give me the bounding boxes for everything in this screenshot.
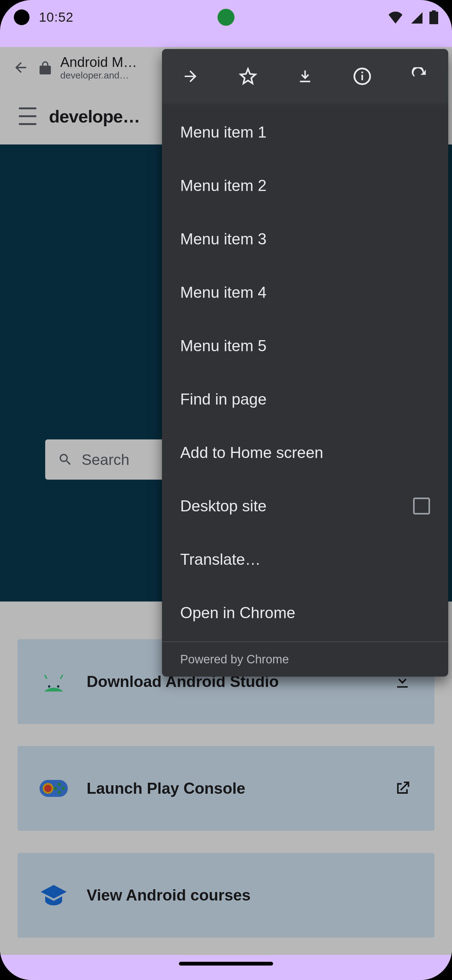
camera-cutout-icon [217,9,235,26]
menu-translate[interactable]: Translate… [162,533,448,586]
menu-find-in-page[interactable]: Find in page [162,372,448,426]
menu-list: Menu item 1 Menu item 2 Menu item 3 Menu… [162,103,448,641]
cellular-icon [410,11,422,24]
menu-footer: Powered by Chrome [162,641,448,676]
menu-item-4[interactable]: Menu item 4 [162,266,448,319]
menu-item-1[interactable]: Menu item 1 [162,105,448,159]
status-bar: 10:52 [0,0,452,35]
menu-item-2[interactable]: Menu item 2 [162,159,448,212]
menu-icon-row [162,49,448,103]
gesture-nav-bar [0,955,452,980]
download-button[interactable] [286,57,324,95]
gesture-pill[interactable] [179,962,273,966]
battery-icon [430,10,438,24]
menu-desktop-site[interactable]: Desktop site [162,479,448,533]
menu-item-5[interactable]: Menu item 5 [162,319,448,372]
overflow-menu: Menu item 1 Menu item 2 Menu item 3 Menu… [162,49,448,676]
bookmark-button[interactable] [229,57,267,95]
desktop-site-checkbox[interactable] [413,498,430,514]
menu-add-to-home[interactable]: Add to Home screen [162,426,448,479]
forward-button[interactable] [172,57,209,95]
refresh-button[interactable] [401,57,438,95]
notification-dot-icon [14,10,30,25]
wifi-icon [388,11,403,24]
status-icons [388,10,438,24]
menu-open-in-chrome[interactable]: Open in Chrome [162,586,448,640]
svg-rect-9 [362,75,363,80]
info-button[interactable] [343,57,381,95]
menu-item-3[interactable]: Menu item 3 [162,212,448,266]
svg-rect-10 [362,72,363,73]
status-clock: 10:52 [39,10,73,25]
device-frame: 10:52 Android M… developer.and… [0,0,452,980]
